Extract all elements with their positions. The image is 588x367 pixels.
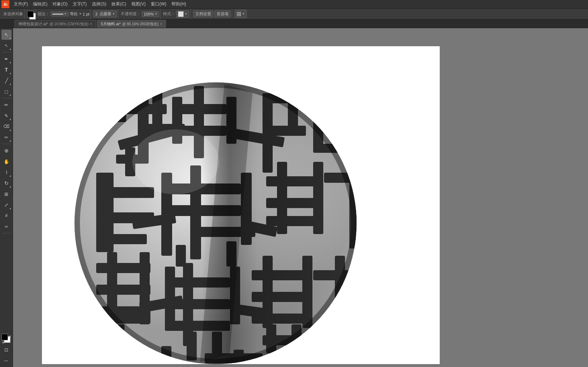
paintbrush-tool[interactable]: ✏ bbox=[1, 100, 12, 110]
tool-divider-2 bbox=[2, 98, 11, 98]
line-tool[interactable]: ╱ bbox=[1, 75, 12, 86]
tab-2[interactable]: 5月物料.ai* @ 86.16% (RGB/预览) × bbox=[97, 20, 166, 28]
doc-settings-section: 文档设置 首选项 bbox=[192, 9, 232, 19]
style-dropdown[interactable]: ▼ bbox=[176, 10, 189, 18]
zoom-icon: ⊕ bbox=[4, 148, 9, 154]
menu-help[interactable]: 帮助(H) bbox=[169, 0, 188, 8]
fill-stroke-section bbox=[26, 9, 35, 19]
svg-rect-20 bbox=[313, 108, 346, 117]
warp-tool[interactable]: ⤢ bbox=[1, 200, 12, 210]
line-icon: ╱ bbox=[5, 78, 8, 83]
brush-icon: ✏ bbox=[4, 102, 8, 108]
scissors-tool[interactable]: ✂ bbox=[1, 132, 12, 142]
toolbox: ↖ ✒ T ╱ □ ✏ ✎ ⌫ bbox=[0, 28, 13, 367]
menu-edit[interactable]: 编辑(E) bbox=[31, 0, 50, 8]
style-section: 样式： ▼ bbox=[162, 9, 191, 19]
point-chevron: ▼ bbox=[112, 12, 115, 16]
type-icon: T bbox=[5, 67, 8, 73]
arrange-chevron: ▼ bbox=[242, 12, 245, 16]
point-shape: 点圆形 bbox=[99, 11, 111, 17]
direct-selection-tool[interactable]: ↖ bbox=[1, 40, 12, 51]
rotate-tool[interactable]: ↻ bbox=[1, 178, 12, 188]
selection-tool[interactable] bbox=[1, 30, 12, 40]
menu-object[interactable]: 对象(O) bbox=[50, 0, 69, 8]
stroke-pt-value: 1 pt bbox=[83, 12, 89, 16]
tab-1[interactable]: 烤哩包装设计.ai* @ 19.96% (CMYK/预览) × bbox=[14, 20, 96, 28]
menu-window[interactable]: 窗口(W) bbox=[149, 0, 169, 8]
fill-color[interactable] bbox=[27, 11, 34, 17]
color-swatch-area[interactable]: ⇄ ◪ bbox=[1, 334, 12, 344]
main-area: ↖ ✒ T ╱ □ ✏ ✎ ⌫ bbox=[0, 28, 588, 367]
tab-1-scale: @ 19.96% (CMYK/预览) bbox=[50, 22, 89, 27]
artboard-icon: ⊡ bbox=[4, 347, 8, 353]
arrange-icon: ⊞ bbox=[237, 10, 241, 17]
hand-tool[interactable]: ✋ bbox=[1, 156, 12, 167]
type-tool[interactable]: T bbox=[1, 65, 12, 75]
menu-effect[interactable]: 效果(C) bbox=[109, 0, 128, 8]
rectangle-tool[interactable]: □ bbox=[1, 86, 12, 96]
rect-icon: □ bbox=[5, 88, 8, 95]
menu-view[interactable]: 视图(V) bbox=[129, 0, 148, 8]
pen-icon: ✒ bbox=[4, 56, 8, 62]
opacity-value: 100% bbox=[144, 12, 154, 16]
subtool-indicator bbox=[9, 118, 11, 120]
mesh-tool[interactable]: # bbox=[1, 211, 12, 221]
tabs: 烤哩包装设计.ai* @ 19.96% (CMYK/预览) × 5月物料.ai*… bbox=[0, 20, 588, 28]
menu-type[interactable]: 文字(T) bbox=[71, 0, 89, 8]
blob-brush-tool[interactable]: ✎ bbox=[1, 111, 12, 121]
style-preview bbox=[178, 11, 184, 17]
point-count: 3 bbox=[95, 12, 97, 16]
stroke-label: 描边： bbox=[38, 11, 50, 17]
warp-icon: ⤢ bbox=[4, 202, 8, 208]
sphere-artwork bbox=[60, 61, 375, 367]
tab-1-label: 烤哩包装设计.ai* bbox=[18, 21, 48, 27]
tab-2-label: 5月物料.ai* bbox=[101, 21, 121, 27]
subtool-indicator bbox=[9, 62, 11, 63]
selection-icon bbox=[4, 32, 9, 38]
subtool-indicator bbox=[9, 140, 11, 142]
more-tools-button[interactable]: ••• bbox=[1, 355, 12, 366]
stroke-dropdown[interactable]: ▼ bbox=[51, 12, 69, 16]
pen-tool[interactable]: ✒ bbox=[1, 54, 12, 64]
tab-1-close[interactable]: × bbox=[90, 22, 92, 26]
subtool-indicator bbox=[9, 94, 11, 96]
opacity-label: 不透明度： bbox=[121, 11, 141, 17]
point-dropdown[interactable]: 3 点圆形 ▼ bbox=[93, 10, 117, 17]
opacity-dropdown[interactable]: 100% ▼ bbox=[142, 11, 159, 17]
subtool-indicator bbox=[9, 48, 11, 50]
zoom-tool[interactable]: ⊕ bbox=[1, 146, 12, 156]
no-selection-label: 未选择对象 bbox=[3, 11, 23, 17]
subtool-indicator bbox=[9, 73, 11, 74]
rotate-icon: ↻ bbox=[4, 180, 9, 186]
menu-select[interactable]: 选择(S) bbox=[90, 0, 108, 8]
subtool-indicator bbox=[9, 129, 11, 131]
subtool-indicator bbox=[9, 175, 11, 177]
artboard-tool[interactable]: ⊡ bbox=[1, 345, 12, 355]
blend-tool[interactable]: ∞ bbox=[1, 221, 12, 232]
eraser-icon: ⌫ bbox=[3, 124, 9, 129]
arrange-dropdown[interactable]: ⊞ ▼ bbox=[235, 10, 247, 18]
canvas-area[interactable] bbox=[13, 28, 588, 367]
hand-icon: ✋ bbox=[4, 159, 9, 164]
stroke-mode-chevron: ▼ bbox=[79, 12, 82, 16]
blob-icon: ✎ bbox=[4, 113, 8, 118]
eyedropper-tool[interactable]: ⌇ bbox=[1, 167, 12, 177]
preferences-button[interactable]: 首选项 bbox=[214, 10, 231, 17]
tool-divider-4 bbox=[2, 233, 11, 233]
subtool-indicator bbox=[9, 186, 11, 187]
style-label: 样式： bbox=[163, 11, 175, 17]
shape-builder-tool[interactable]: ⊞ bbox=[1, 189, 12, 199]
eraser-tool[interactable]: ⌫ bbox=[1, 121, 12, 131]
foreground-color[interactable] bbox=[1, 334, 8, 340]
doc-settings-button[interactable]: 文档设置 bbox=[193, 10, 213, 17]
menu-file[interactable]: 文件(F) bbox=[12, 0, 30, 8]
subtool-indicator bbox=[9, 83, 11, 85]
stroke-chevron: ▼ bbox=[64, 12, 67, 16]
color-boxes[interactable] bbox=[27, 11, 34, 17]
tab-2-close[interactable]: × bbox=[160, 22, 162, 26]
app-logo: Ai bbox=[1, 0, 9, 8]
tool-divider-3 bbox=[2, 144, 11, 144]
style-chevron: ▼ bbox=[184, 12, 187, 16]
menu-bar: Ai 文件(F) 编辑(E) 对象(O) 文字(T) 选择(S) 效果(C) 视… bbox=[0, 0, 588, 9]
stroke-line-preview bbox=[52, 14, 63, 14]
